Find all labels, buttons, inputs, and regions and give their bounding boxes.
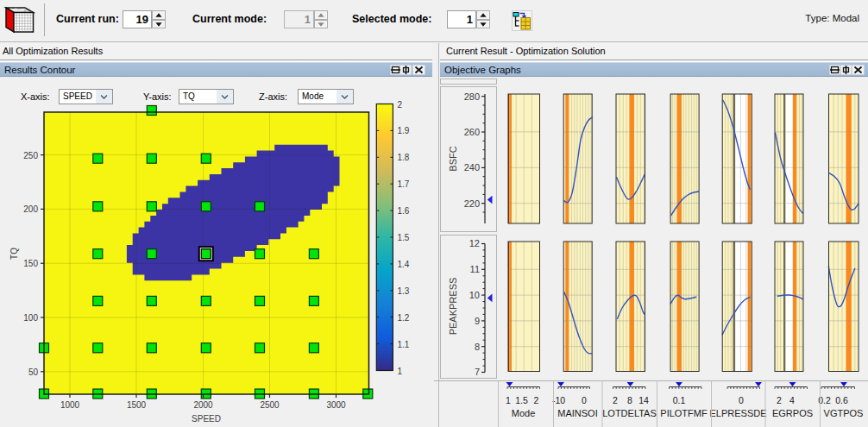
svg-text:ELPRESSDE: ELPRESSDE (709, 408, 766, 418)
svg-text:EGRPOS: EGRPOS (772, 408, 813, 418)
svg-text:14: 14 (638, 395, 649, 405)
svg-text:10: 10 (469, 290, 480, 300)
svg-text:7: 7 (475, 367, 480, 377)
svg-text:8: 8 (627, 395, 632, 405)
svg-text:2: 2 (534, 395, 539, 405)
svg-text:280: 280 (464, 91, 480, 102)
svg-text:BSFC: BSFC (448, 146, 458, 171)
svg-text:8: 8 (475, 342, 480, 352)
svg-text:1.5: 1.5 (515, 395, 528, 405)
svg-text:4: 4 (789, 395, 795, 405)
svg-text:2: 2 (777, 395, 782, 405)
svg-text:LOTDELTAS: LOTDELTAS (602, 408, 657, 418)
svg-text:-10: -10 (552, 395, 565, 405)
svg-text:240: 240 (464, 162, 480, 173)
svg-text:PEAKPRESS: PEAKPRESS (448, 278, 458, 336)
svg-text:11: 11 (470, 264, 480, 274)
svg-text:260: 260 (464, 127, 480, 137)
svg-text:0: 0 (582, 395, 587, 405)
svg-text:0.6: 0.6 (835, 395, 848, 405)
svg-text:220: 220 (464, 198, 480, 209)
svg-text:Mode: Mode (512, 408, 536, 418)
svg-text:0: 0 (739, 395, 744, 405)
svg-text:MAINSOI: MAINSOI (557, 408, 597, 418)
svg-text:PILOTFMF: PILOTFMF (660, 408, 708, 418)
svg-text:VGTPOS: VGTPOS (824, 408, 864, 418)
svg-text:1: 1 (506, 395, 511, 405)
svg-text:0.1: 0.1 (673, 395, 686, 405)
svg-text:12: 12 (469, 238, 480, 248)
svg-text:2: 2 (613, 395, 618, 405)
svg-text:9: 9 (475, 316, 480, 326)
